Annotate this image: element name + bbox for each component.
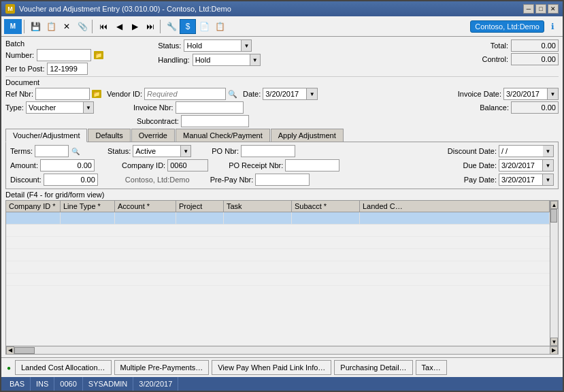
- tab-status-dropdown[interactable]: ▼: [133, 145, 191, 157]
- toolbar-help-button[interactable]: 📋: [212, 19, 227, 34]
- scroll-h-thumb[interactable]: [14, 347, 35, 354]
- discount-date-arrow[interactable]: ▼: [543, 145, 554, 157]
- ref-nbr-folder-icon[interactable]: 📁: [92, 90, 101, 98]
- ref-nbr-input[interactable]: [35, 88, 90, 100]
- handling-dropdown[interactable]: ▼: [193, 54, 261, 66]
- toolbar-last-button[interactable]: ⏭: [143, 19, 158, 34]
- scroll-thumb[interactable]: [550, 209, 557, 223]
- vendor-id-input[interactable]: [144, 88, 226, 100]
- status-ins: INS: [31, 377, 54, 391]
- maximize-button[interactable]: □: [535, 4, 546, 14]
- toolbar-delete-button[interactable]: ✕: [59, 19, 74, 34]
- per-to-post-input[interactable]: [47, 63, 88, 75]
- toolbar-next-button[interactable]: ▶: [127, 19, 142, 34]
- per-to-post-label: Per to Post:: [5, 65, 44, 73]
- balance-input[interactable]: [511, 101, 559, 114]
- toolbar-tools-button[interactable]: 🔧: [164, 19, 179, 34]
- status-dropdown[interactable]: ▼: [184, 39, 252, 52]
- tab-status-arrow[interactable]: ▼: [180, 145, 191, 157]
- pay-date-field: ▼: [499, 174, 554, 186]
- po-nbr-input[interactable]: [241, 145, 295, 157]
- pay-date-arrow[interactable]: ▼: [543, 174, 554, 186]
- multiple-pre-payments-button[interactable]: Multiple Pre-Payments…: [114, 360, 210, 375]
- total-input[interactable]: [511, 39, 559, 52]
- toolbar-copy-button[interactable]: 📋: [44, 19, 59, 34]
- landed-cost-button[interactable]: Landed Cost Allocation…: [15, 360, 112, 375]
- type-dropdown-arrow[interactable]: ▼: [83, 101, 94, 114]
- po-receipt-nbr-input[interactable]: [285, 159, 339, 172]
- subcontract-input[interactable]: [181, 115, 249, 127]
- due-date-arrow[interactable]: ▼: [543, 159, 554, 172]
- pre-pay-nbr-label: Pre-Pay Nbr:: [210, 176, 254, 184]
- status-dropdown-arrow[interactable]: ▼: [241, 39, 252, 52]
- close-button[interactable]: ✕: [548, 4, 559, 14]
- type-dropdown[interactable]: ▼: [26, 101, 94, 114]
- toolbar-first-button[interactable]: ⏮: [96, 19, 111, 34]
- discount-date-input[interactable]: [499, 145, 543, 157]
- toolbar-save-button[interactable]: 💾: [28, 19, 43, 34]
- terms-lookup-icon[interactable]: 🔍: [71, 146, 80, 156]
- amount-label: Amount:: [10, 161, 38, 169]
- scroll-up-arrow[interactable]: ▲: [550, 201, 558, 209]
- discount-date-field: ▼: [499, 145, 554, 157]
- subcontract-label: Subcontract:: [137, 117, 179, 125]
- window-controls: ─ □ ✕: [523, 4, 559, 14]
- grid-row-selected[interactable]: [6, 212, 550, 225]
- grid-empty-row: [6, 274, 550, 286]
- grid-body[interactable]: [6, 212, 550, 346]
- title-bar: M Voucher and Adjustment Entry (03.010.0…: [1, 1, 563, 16]
- handling-dropdown-arrow[interactable]: ▼: [250, 54, 261, 66]
- po-nbr-label: PO Nbr:: [212, 147, 239, 155]
- invoice-date-input[interactable]: [503, 88, 548, 100]
- vendor-search-icon[interactable]: 🔍: [228, 89, 237, 99]
- pay-date-input[interactable]: [499, 174, 543, 186]
- terms-input[interactable]: [35, 145, 69, 157]
- toolbar-dollar-button[interactable]: $: [180, 19, 196, 34]
- tab-override[interactable]: Override: [131, 129, 175, 142]
- pre-pay-nbr-input[interactable]: [255, 174, 310, 186]
- toolbar-prev-button[interactable]: ◀: [112, 19, 127, 34]
- tab-defaults[interactable]: Defaults: [88, 129, 130, 142]
- toolbar-info-button[interactable]: ℹ: [545, 19, 560, 34]
- view-pay-when-paid-button[interactable]: View Pay When Paid Link Info…: [212, 360, 331, 375]
- col-project: Project: [176, 201, 224, 212]
- invoice-date-arrow[interactable]: ▼: [548, 88, 559, 100]
- vertical-scrollbar[interactable]: ▲ ▼: [550, 201, 558, 346]
- scroll-track[interactable]: [550, 209, 558, 338]
- invoice-nbr-input[interactable]: [176, 101, 244, 114]
- company-id-input[interactable]: [167, 159, 208, 172]
- toolbar-logo[interactable]: M: [4, 19, 22, 34]
- minimize-button[interactable]: ─: [523, 4, 534, 14]
- scroll-right-arrow[interactable]: ▶: [550, 346, 558, 355]
- toolbar-report-button[interactable]: 📄: [197, 19, 212, 34]
- tab-manual-check[interactable]: Manual Check/Payment: [176, 129, 270, 142]
- amount-input[interactable]: [40, 159, 95, 172]
- date-arrow[interactable]: ▼: [307, 88, 318, 100]
- date-input[interactable]: [263, 88, 307, 100]
- batch-folder-icon[interactable]: 📁: [94, 51, 103, 59]
- detail-section: Detail (F4 - for grid/form view) Company…: [5, 189, 559, 355]
- batch-number-input[interactable]: [37, 49, 91, 61]
- company-id-label: Company ID:: [122, 161, 165, 169]
- status-user: SYSADMIN: [83, 377, 133, 391]
- cell: [6, 212, 61, 225]
- tax-button[interactable]: Tax…: [416, 360, 447, 375]
- tab-voucher-adjustment[interactable]: Voucher/Adjustment: [5, 129, 87, 142]
- control-input[interactable]: [511, 53, 559, 65]
- company-button[interactable]: Contoso, Ltd:Demo: [470, 20, 544, 33]
- horizontal-scrollbar[interactable]: ◀ ▶: [6, 346, 558, 354]
- toolbar-attach-button[interactable]: 📎: [75, 19, 90, 34]
- purchasing-detail-button[interactable]: Purchasing Detail…: [334, 360, 412, 375]
- tab-row: Voucher/Adjustment Defaults Override Man…: [5, 129, 559, 142]
- status-date: 3/20/2017: [133, 377, 178, 391]
- app-icon: M: [5, 4, 15, 14]
- scroll-down-arrow[interactable]: ▼: [550, 338, 558, 346]
- tab-apply-adjustment[interactable]: Apply Adjustment: [271, 129, 344, 142]
- scroll-h-track[interactable]: [14, 347, 550, 354]
- invoice-date-label: Invoice Date:: [458, 90, 501, 98]
- due-date-input[interactable]: [499, 159, 543, 172]
- status-company: 0060: [54, 377, 82, 391]
- scroll-left-arrow[interactable]: ◀: [6, 346, 14, 355]
- discount-input[interactable]: [44, 174, 98, 186]
- cell: [115, 212, 176, 225]
